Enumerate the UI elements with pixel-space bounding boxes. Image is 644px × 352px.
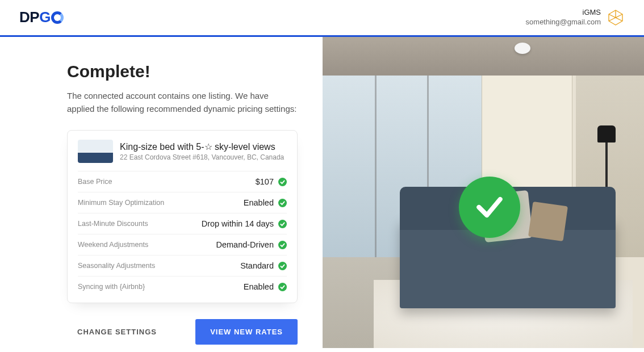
- setting-value: Drop within 14 days: [202, 219, 274, 228]
- setting-value: Enabled: [244, 198, 274, 207]
- room-ceiling: [323, 37, 644, 76]
- listing-card: King-size bed with 5-☆ sky-level views 2…: [67, 130, 298, 303]
- setting-value-wrap: Standard: [240, 261, 287, 270]
- user-block[interactable]: iGMS something@gmail.com: [526, 8, 625, 27]
- listing-address: 22 East Cordova Street #618, Vancouver, …: [120, 153, 284, 161]
- user-email: something@gmail.com: [526, 18, 601, 27]
- setting-label: Syncing with {Airbnb}: [78, 283, 145, 291]
- setting-value: Standard: [240, 261, 274, 270]
- setting-label: Weekend Adjustments: [78, 241, 148, 249]
- check-icon: [278, 199, 287, 207]
- listing-header: King-size bed with 5-☆ sky-level views 2…: [78, 140, 287, 171]
- setting-label: Seasonality Adjustments: [78, 262, 155, 270]
- setting-row: Syncing with {Airbnb} Enabled: [78, 276, 287, 297]
- user-text: iGMS something@gmail.com: [526, 8, 601, 27]
- listing-thumbnail: [78, 140, 113, 163]
- app-header: DPG iGMS something@gmail.com: [0, 0, 644, 37]
- change-settings-button[interactable]: CHANGE SETTINGS: [77, 319, 157, 345]
- view-new-rates-button[interactable]: VIEW NEW RATES: [195, 319, 298, 345]
- check-icon: [278, 178, 287, 186]
- setting-row: Seasonality Adjustments Standard: [78, 255, 287, 276]
- check-icon: [278, 220, 287, 228]
- cushion: [528, 202, 568, 241]
- logo: DPG: [19, 9, 64, 26]
- setting-value-wrap: Demand-Driven: [216, 240, 287, 249]
- listing-info: King-size bed with 5-☆ sky-level views 2…: [120, 141, 284, 161]
- logo-text-dp: DP: [19, 9, 39, 26]
- setting-value: Enabled: [244, 282, 274, 291]
- listing-title: King-size bed with 5-☆ sky-level views: [120, 141, 284, 152]
- setting-value-wrap: $107: [256, 177, 287, 186]
- setting-label: Minimum Stay Optimization: [78, 199, 164, 207]
- polyhedron-icon: [607, 9, 625, 27]
- user-name: iGMS: [526, 8, 601, 18]
- setting-row: Weekend Adjustments Demand-Driven: [78, 234, 287, 255]
- setting-value: $107: [256, 177, 274, 186]
- setting-value-wrap: Enabled: [244, 198, 287, 207]
- setting-row: Minimum Stay Optimization Enabled: [78, 192, 287, 213]
- setting-row: Base Price $107: [78, 171, 287, 192]
- setting-value: Demand-Driven: [216, 240, 274, 249]
- setting-label: Base Price: [78, 178, 112, 186]
- setting-value-wrap: Drop within 14 days: [202, 219, 287, 228]
- setting-row: Last-Minute Discounts Drop within 14 day…: [78, 213, 287, 234]
- setting-value-wrap: Enabled: [244, 282, 287, 291]
- logo-o-icon: [51, 11, 64, 24]
- left-pane: Complete! The connected account contains…: [0, 37, 323, 348]
- check-icon: [278, 283, 287, 291]
- page-subtitle: The connected account contains one listi…: [67, 89, 298, 116]
- action-bar: CHANGE SETTINGS VIEW NEW RATES: [67, 319, 298, 345]
- page-title: Complete!: [67, 62, 298, 81]
- smoke-detector: [515, 43, 530, 54]
- logo-text-g: G: [39, 9, 51, 26]
- success-check-icon: [459, 177, 520, 238]
- main: Complete! The connected account contains…: [0, 37, 644, 348]
- hero-image: [323, 37, 644, 348]
- check-icon: [278, 262, 287, 270]
- setting-label: Last-Minute Discounts: [78, 220, 148, 228]
- check-icon: [278, 241, 287, 249]
